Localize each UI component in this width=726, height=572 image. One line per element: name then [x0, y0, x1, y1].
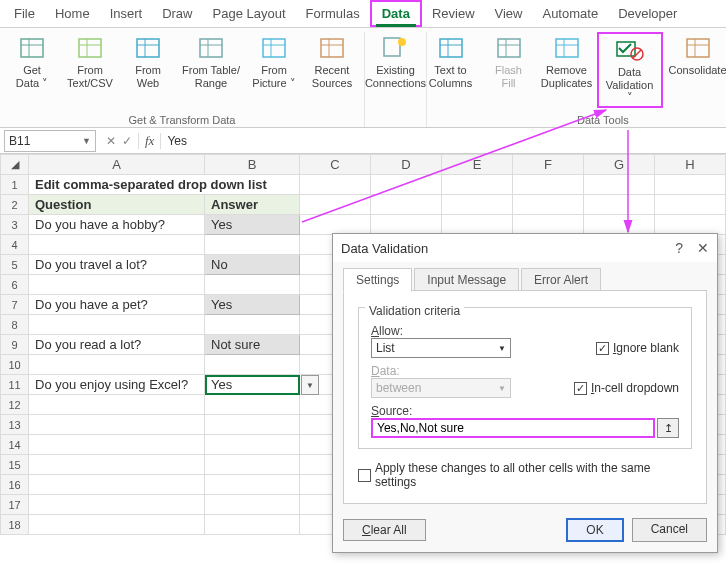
cell[interactable] — [584, 215, 655, 235]
cell[interactable] — [371, 215, 442, 235]
clear-all-button[interactable]: Clear All — [343, 519, 426, 541]
row-header[interactable]: 12 — [1, 395, 29, 415]
cell[interactable]: Do you have a hobby? — [29, 215, 205, 235]
tab-formulas[interactable]: Formulas — [296, 2, 370, 25]
existing-connections-button[interactable]: Existing Connections — [363, 32, 429, 91]
data-validation-button[interactable]: DataValidation ˅ — [597, 32, 663, 108]
consolidate-button[interactable]: Consolidate — [665, 32, 727, 108]
row-header[interactable]: 8 — [1, 315, 29, 335]
cell[interactable] — [205, 435, 300, 455]
row-header[interactable]: 5 — [1, 255, 29, 275]
apply-all-checkbox[interactable]: Apply these changes to all other cells w… — [358, 461, 692, 489]
row-header[interactable]: 9 — [1, 335, 29, 355]
column-header[interactable]: A — [29, 155, 205, 175]
row-header[interactable]: 16 — [1, 475, 29, 495]
text-to-columns-button[interactable]: Text toColumns — [423, 32, 479, 108]
row-header[interactable]: 10 — [1, 355, 29, 375]
fx-icon[interactable]: fx — [138, 133, 161, 149]
cell[interactable]: Not sure — [205, 335, 300, 355]
cell[interactable] — [29, 435, 205, 455]
cell[interactable] — [29, 395, 205, 415]
cell[interactable]: Yes — [205, 295, 300, 315]
tab-draw[interactable]: Draw — [152, 2, 202, 25]
cell[interactable]: Question — [29, 195, 205, 215]
cell[interactable] — [29, 275, 205, 295]
row-header[interactable]: 1 — [1, 175, 29, 195]
dialog-tab-settings[interactable]: Settings — [343, 268, 412, 292]
tab-view[interactable]: View — [485, 2, 533, 25]
source-input[interactable] — [371, 418, 655, 438]
confirm-icon[interactable]: ✓ — [122, 134, 132, 148]
cell[interactable] — [205, 355, 300, 375]
cell[interactable]: Do you travel a lot? — [29, 255, 205, 275]
cell[interactable]: Answer — [205, 195, 300, 215]
cell[interactable] — [205, 515, 300, 535]
column-header[interactable]: G — [584, 155, 655, 175]
cell[interactable] — [205, 475, 300, 495]
cell[interactable] — [29, 415, 205, 435]
cell[interactable] — [29, 315, 205, 335]
cell[interactable] — [29, 455, 205, 475]
from-table-range-button[interactable]: From Table/Range — [178, 32, 244, 91]
column-header[interactable]: E — [442, 155, 513, 175]
cell[interactable] — [29, 495, 205, 515]
tab-data[interactable]: Data — [370, 0, 422, 27]
row-header[interactable]: 3 — [1, 215, 29, 235]
column-header[interactable]: B — [205, 155, 300, 175]
row-header[interactable]: 4 — [1, 235, 29, 255]
cell[interactable] — [205, 495, 300, 515]
recent-sources-button[interactable]: RecentSources — [304, 32, 360, 91]
ignore-blank-checkbox[interactable]: ✓Ignore blank — [596, 341, 679, 355]
column-header[interactable]: H — [655, 155, 726, 175]
tab-automate[interactable]: Automate — [532, 2, 608, 25]
from-web-button[interactable]: FromWeb — [120, 32, 176, 91]
row-header[interactable]: 14 — [1, 435, 29, 455]
tab-home[interactable]: Home — [45, 2, 100, 25]
dialog-tab-error-alert[interactable]: Error Alert — [521, 268, 601, 292]
cell[interactable] — [29, 355, 205, 375]
from-text-csv-button[interactable]: FromText/CSV — [62, 32, 118, 91]
row-header[interactable]: 11 — [1, 375, 29, 395]
ok-button[interactable]: OK — [566, 518, 623, 542]
cell[interactable] — [29, 515, 205, 535]
tab-page-layout[interactable]: Page Layout — [203, 2, 296, 25]
formula-input[interactable]: Yes — [161, 134, 726, 148]
row-header[interactable]: 17 — [1, 495, 29, 515]
cancel-button[interactable]: Cancel — [632, 518, 707, 542]
tab-insert[interactable]: Insert — [100, 2, 153, 25]
dropdown-button[interactable]: ▼ — [301, 375, 319, 395]
cell[interactable] — [29, 475, 205, 495]
cell[interactable]: Yes▼ — [205, 375, 300, 395]
cell[interactable] — [29, 235, 205, 255]
row-header[interactable]: 13 — [1, 415, 29, 435]
row-header[interactable]: 7 — [1, 295, 29, 315]
cell[interactable] — [300, 215, 371, 235]
get-data--button[interactable]: GetData ˅ — [4, 32, 60, 91]
column-header[interactable]: F — [513, 155, 584, 175]
select-all-corner[interactable]: ◢ — [1, 155, 29, 175]
tab-developer[interactable]: Developer — [608, 2, 687, 25]
cell[interactable] — [205, 455, 300, 475]
cell[interactable]: Do you read a lot? — [29, 335, 205, 355]
cell[interactable] — [205, 315, 300, 335]
from-picture--button[interactable]: FromPicture ˅ — [246, 32, 302, 91]
help-icon[interactable]: ? — [675, 240, 683, 256]
allow-combobox[interactable]: List▼ — [371, 338, 511, 358]
row-header[interactable]: 15 — [1, 455, 29, 475]
cell[interactable]: Do you enjoy using Excel? — [29, 375, 205, 395]
cell[interactable] — [513, 215, 584, 235]
cell[interactable] — [205, 415, 300, 435]
close-icon[interactable]: ✕ — [697, 240, 709, 256]
cell[interactable] — [205, 235, 300, 255]
column-header[interactable]: D — [371, 155, 442, 175]
name-box[interactable]: B11 ▼ — [4, 130, 96, 152]
cell[interactable] — [205, 395, 300, 415]
row-header[interactable]: 18 — [1, 515, 29, 535]
column-header[interactable]: C — [300, 155, 371, 175]
cell[interactable] — [442, 215, 513, 235]
cell[interactable]: Edit comma-separated drop down list — [29, 175, 300, 195]
cell[interactable] — [655, 215, 726, 235]
tab-review[interactable]: Review — [422, 2, 485, 25]
remove-duplicates-button[interactable]: RemoveDuplicates — [539, 32, 595, 108]
cell[interactable]: Yes — [205, 215, 300, 235]
